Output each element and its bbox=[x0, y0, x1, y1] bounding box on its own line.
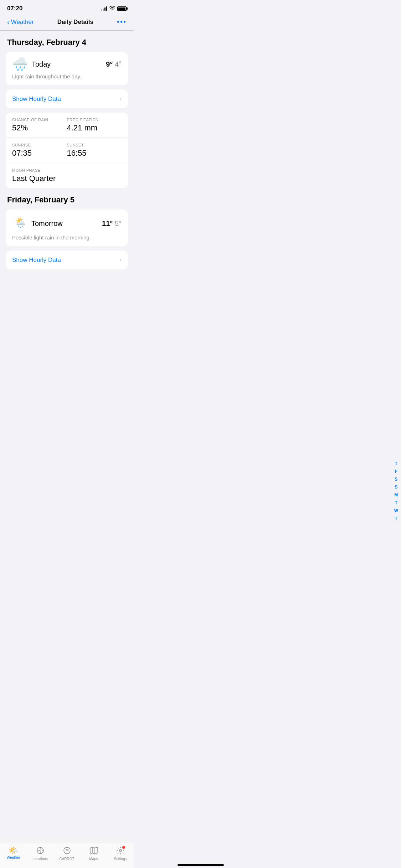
partly-cloudy-icon: 🌦️ bbox=[12, 215, 28, 232]
tomorrow-description: Possible light rain in the morning. bbox=[12, 234, 122, 241]
today-weather-card: 🌧️ Today 9° 4° Light rain throughout the… bbox=[6, 52, 128, 85]
hourly-label-friday: Show Hourly Data bbox=[12, 257, 61, 264]
hourly-chevron-icon: › bbox=[119, 95, 122, 103]
back-chevron-icon: ‹ bbox=[7, 19, 10, 26]
status-icons bbox=[101, 6, 127, 11]
moon-phase-value: Last Quarter bbox=[12, 174, 122, 183]
status-time: 07:20 bbox=[7, 5, 22, 12]
today-label: Today bbox=[32, 60, 51, 68]
today-top-row: 🌧️ Today 9° 4° bbox=[12, 58, 122, 71]
friday-section: Friday, February 5 🌦️ Tomorrow 11° 5° bbox=[6, 195, 128, 269]
show-hourly-button-friday[interactable]: Show Hourly Data › bbox=[6, 250, 128, 269]
tomorrow-left: 🌦️ Tomorrow bbox=[12, 215, 63, 232]
signal-icon bbox=[101, 6, 107, 11]
today-high: 9° bbox=[106, 60, 113, 68]
today-left: 🌧️ Today bbox=[12, 58, 51, 71]
precipitation-value: 4.21 mm bbox=[67, 123, 122, 133]
hourly-chevron-icon-friday: › bbox=[119, 256, 122, 264]
back-button[interactable]: ‹ Weather bbox=[7, 19, 34, 26]
tomorrow-low: 5° bbox=[115, 219, 122, 227]
precipitation-label: PRECIPITATION bbox=[67, 118, 122, 122]
sunrise-label: SUNRISE bbox=[12, 143, 67, 147]
nav-bar: ‹ Weather Daily Details ••• bbox=[0, 15, 134, 30]
sunset-value: 16:55 bbox=[67, 149, 122, 158]
friday-heading: Friday, February 5 bbox=[6, 195, 128, 205]
today-low: 4° bbox=[115, 60, 122, 68]
tomorrow-high: 11° bbox=[102, 219, 113, 227]
back-label: Weather bbox=[11, 19, 34, 26]
more-button[interactable]: ••• bbox=[117, 18, 127, 26]
tomorrow-label: Tomorrow bbox=[31, 219, 63, 228]
hourly-label-thursday: Show Hourly Data bbox=[12, 95, 61, 103]
nav-divider bbox=[0, 30, 134, 31]
sunrise-sunset-row: SUNRISE 07:35 SUNSET 16:55 bbox=[6, 138, 128, 163]
show-hourly-button-thursday[interactable]: Show Hourly Data › bbox=[6, 89, 128, 108]
main-content: Thursday, February 4 🌧️ Today 9° 4° Ligh… bbox=[0, 38, 134, 306]
today-description: Light rain throughout the day. bbox=[12, 73, 122, 79]
nav-title: Daily Details bbox=[57, 19, 93, 26]
status-bar: 07:20 bbox=[0, 0, 134, 15]
tomorrow-temps: 11° 5° bbox=[102, 219, 122, 228]
moon-phase-col: MOON PHASE Last Quarter bbox=[12, 168, 122, 183]
today-temps: 9° 4° bbox=[106, 60, 122, 68]
rain-icon: 🌧️ bbox=[12, 58, 28, 71]
moon-phase-label: MOON PHASE bbox=[12, 168, 122, 172]
moon-phase-row: MOON PHASE Last Quarter bbox=[6, 163, 128, 188]
thursday-heading: Thursday, February 4 bbox=[6, 38, 128, 47]
chance-of-rain-label: CHANCE OF RAIN bbox=[12, 118, 67, 122]
chance-of-rain-value: 52% bbox=[12, 123, 67, 133]
sunset-label: SUNSET bbox=[67, 143, 122, 147]
tomorrow-top-row: 🌦️ Tomorrow 11° 5° bbox=[12, 215, 122, 232]
thursday-section: Thursday, February 4 🌧️ Today 9° 4° Ligh… bbox=[6, 38, 128, 188]
sunset-col: SUNSET 16:55 bbox=[67, 143, 122, 158]
precipitation-col: PRECIPITATION 4.21 mm bbox=[67, 118, 122, 133]
battery-icon bbox=[117, 6, 127, 11]
rain-precipitation-row: CHANCE OF RAIN 52% PRECIPITATION 4.21 mm bbox=[6, 113, 128, 138]
tomorrow-weather-card: 🌦️ Tomorrow 11° 5° Possible light rain i… bbox=[6, 210, 128, 246]
chance-of-rain-col: CHANCE OF RAIN 52% bbox=[12, 118, 67, 133]
sunrise-col: SUNRISE 07:35 bbox=[12, 143, 67, 158]
details-card-thursday: CHANCE OF RAIN 52% PRECIPITATION 4.21 mm… bbox=[6, 113, 128, 188]
sunrise-value: 07:35 bbox=[12, 149, 67, 158]
wifi-icon bbox=[109, 6, 115, 11]
